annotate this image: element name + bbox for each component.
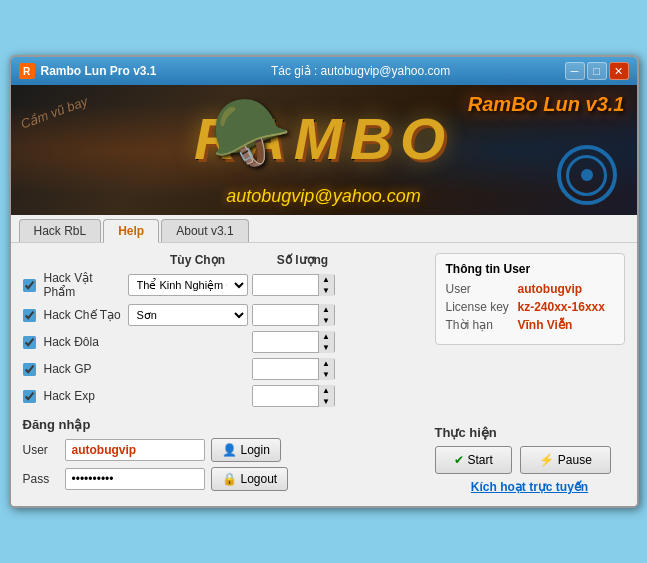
pause-btn-label: Pause <box>558 453 592 467</box>
spin-vatpham: ▲ ▼ <box>318 274 334 296</box>
spin-dola: ▲ ▼ <box>318 331 334 353</box>
close-button[interactable]: ✕ <box>609 62 629 80</box>
license-value: kz-240xx-16xxx <box>518 300 605 314</box>
right-panel: Thông tin User User autobugvip License k… <box>435 253 625 496</box>
checkbox-vatpham[interactable] <box>23 279 36 292</box>
label-vatpham: Hack Vật Phẩm <box>44 271 124 299</box>
spin-up-vatpham[interactable]: ▲ <box>318 274 334 285</box>
hack-row-dola: Hack Đôla 1000000 ▲ ▼ <box>23 331 419 353</box>
author-text: Tác giả : autobugvip@yahoo.com <box>271 64 450 78</box>
number-gp[interactable]: 9999999 <box>253 359 318 379</box>
license-label: License key <box>446 300 518 314</box>
minimize-button[interactable]: ─ <box>565 62 585 80</box>
combo-vatpham[interactable]: Thể Kinh Nghiệm Cao Thể Kinh Nghiệm Thấp <box>128 274 248 296</box>
banner-app-title: RamBo Lun v3.1 <box>468 93 625 116</box>
user-label: User <box>446 282 518 296</box>
options-header: Tùy Chọn Số lượng <box>23 253 419 267</box>
start-icon: ✔ <box>454 453 464 467</box>
login-button[interactable]: 👤 Login <box>211 438 281 462</box>
tab-help[interactable]: Help <box>103 219 159 243</box>
action-title: Thực hiện <box>435 425 625 440</box>
content-area: Tùy Chọn Số lượng Hack Vật Phẩm Thể Kinh… <box>11 243 637 506</box>
checkbox-dola[interactable] <box>23 336 36 349</box>
logout-icon: 🔒 <box>222 472 237 486</box>
login-user-row: User 👤 Login <box>23 438 419 462</box>
user-info-license-row: License key kz-240xx-16xxx <box>446 300 614 314</box>
tab-about[interactable]: About v3.1 <box>161 219 248 242</box>
spin-down-gp[interactable]: ▼ <box>318 369 334 380</box>
spin-down-dola[interactable]: ▼ <box>318 342 334 353</box>
left-panel: Tùy Chọn Số lượng Hack Vật Phẩm Thể Kinh… <box>23 253 419 496</box>
window-title: Rambo Lun Pro v3.1 <box>41 64 157 78</box>
label-chetao: Hack Chế Tạo <box>44 308 124 322</box>
window-controls: ─ □ ✕ <box>565 62 629 80</box>
user-info-title: Thông tin User <box>446 262 614 276</box>
spin-down-exp[interactable]: ▼ <box>318 396 334 407</box>
spin-exp: ▲ ▼ <box>318 385 334 407</box>
header-tuy-chon: Tùy Chọn <box>133 253 263 267</box>
login-icon: 👤 <box>222 443 237 457</box>
number-exp[interactable]: 9999999 <box>253 386 318 406</box>
logout-button[interactable]: 🔒 Logout <box>211 467 289 491</box>
checkbox-gp[interactable] <box>23 363 36 376</box>
maximize-button[interactable]: □ <box>587 62 607 80</box>
login-btn-label: Login <box>241 443 270 457</box>
number-dola[interactable]: 1000000 <box>253 332 318 352</box>
banner-soldier: 🪖 <box>211 95 292 171</box>
login-title: Đăng nhập <box>23 417 419 432</box>
login-pass-label: Pass <box>23 472 59 486</box>
user-info-box: Thông tin User User autobugvip License k… <box>435 253 625 345</box>
action-section: Thực hiện ✔ Start ⚡ Pause Kích hoạt trực… <box>435 425 625 494</box>
login-user-label: User <box>23 443 59 457</box>
header-so-luong: Số lượng <box>263 253 343 267</box>
label-dola: Hack Đôla <box>44 335 124 349</box>
spin-up-chetao[interactable]: ▲ <box>318 304 334 315</box>
spin-gp: ▲ ▼ <box>318 358 334 380</box>
expiry-label: Thời hạn <box>446 318 518 332</box>
spin-down-chetao[interactable]: ▼ <box>318 315 334 326</box>
pause-icon: ⚡ <box>539 453 554 467</box>
hack-row-exp: Hack Exp 9999999 ▲ ▼ <box>23 385 419 407</box>
login-user-input[interactable] <box>65 439 205 461</box>
user-value: autobugvip <box>518 282 583 296</box>
spin-down-vatpham[interactable]: ▼ <box>318 285 334 296</box>
number-wrap-dola: 1000000 ▲ ▼ <box>252 331 335 353</box>
combo-chetao[interactable]: Sơn Khác <box>128 304 248 326</box>
activate-link[interactable]: Kích hoạt trực tuyến <box>435 480 625 494</box>
login-pass-input[interactable] <box>65 468 205 490</box>
checkbox-exp[interactable] <box>23 390 36 403</box>
main-layout: Tùy Chọn Số lượng Hack Vật Phẩm Thể Kinh… <box>23 253 625 496</box>
main-window: R Rambo Lun Pro v3.1 Tác giả : autobugvi… <box>9 55 639 508</box>
label-gp: Hack GP <box>44 362 124 376</box>
expiry-value: Vĩnh Viễn <box>518 318 573 332</box>
tabs-bar: Hack RbL Help About v3.1 <box>11 215 637 243</box>
spin-up-dola[interactable]: ▲ <box>318 331 334 342</box>
checkbox-chetao[interactable] <box>23 309 36 322</box>
logout-btn-label: Logout <box>241 472 278 486</box>
tab-hackrbl[interactable]: Hack RbL <box>19 219 102 242</box>
number-chetao[interactable]: 9999 <box>253 305 318 325</box>
login-section: Đăng nhập User 👤 Login Pass 🔒 <box>23 417 419 491</box>
hack-row-chetao: Hack Chế Tạo Sơn Khác 9999 ▲ ▼ <box>23 304 419 326</box>
label-exp: Hack Exp <box>44 389 124 403</box>
banner-target <box>557 145 617 205</box>
start-button[interactable]: ✔ Start <box>435 446 512 474</box>
login-pass-row: Pass 🔒 Logout <box>23 467 419 491</box>
number-wrap-exp: 9999999 ▲ ▼ <box>252 385 335 407</box>
banner: Cầm vũ bay RAMBO 🪖 RamBo Lun v3.1 autobu… <box>11 85 637 215</box>
spin-up-gp[interactable]: ▲ <box>318 358 334 369</box>
banner-email: autobugvip@yahoo.com <box>226 186 420 207</box>
title-bar-left: R Rambo Lun Pro v3.1 <box>19 63 157 79</box>
hack-row-vatpham: Hack Vật Phẩm Thể Kinh Nghiệm Cao Thể Ki… <box>23 271 419 299</box>
user-info-user-row: User autobugvip <box>446 282 614 296</box>
number-vatpham[interactable]: 9999 <box>253 275 318 295</box>
app-icon: R <box>19 63 35 79</box>
number-wrap-vatpham: 9999 ▲ ▼ <box>252 274 335 296</box>
number-wrap-chetao: 9999 ▲ ▼ <box>252 304 335 326</box>
action-buttons: ✔ Start ⚡ Pause <box>435 446 625 474</box>
pause-button[interactable]: ⚡ Pause <box>520 446 611 474</box>
spin-up-exp[interactable]: ▲ <box>318 385 334 396</box>
spin-chetao: ▲ ▼ <box>318 304 334 326</box>
user-info-expiry-row: Thời hạn Vĩnh Viễn <box>446 318 614 332</box>
title-bar: R Rambo Lun Pro v3.1 Tác giả : autobugvi… <box>11 57 637 85</box>
